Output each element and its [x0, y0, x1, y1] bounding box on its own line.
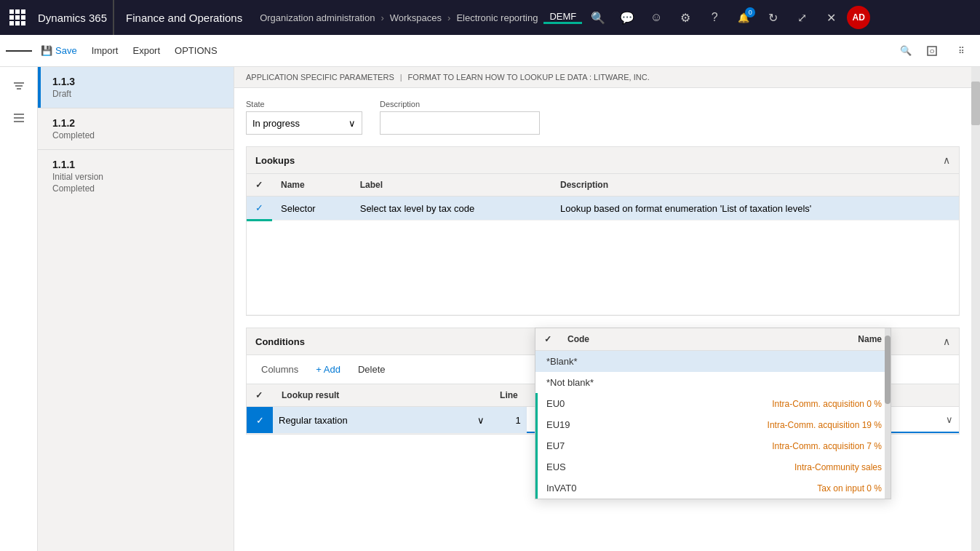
dropdown-inner: ✓ Code Name *Blank**Not blank*EU0Intra-C… [535, 328, 891, 499]
top-nav: Dynamics 365 Finance and Operations Orga… [0, 0, 980, 35]
dropdown-header: ✓ Code Name [535, 328, 891, 351]
export-label: Export [132, 45, 160, 56]
export-button[interactable]: Export [127, 42, 166, 59]
version-num-112: 1.1.2 [52, 117, 222, 129]
content-area: APPLICATION SPECIFIC PARAMETERS | FORMAT… [234, 67, 971, 551]
svg-text:O: O [930, 48, 934, 55]
save-icon: 💾 [41, 45, 52, 56]
dropdown-item-code: InVAT0 [546, 483, 680, 493]
nav-left: Dynamics 365 Finance and Operations Orga… [0, 0, 543, 35]
delete-condition-button[interactable]: Delete [352, 361, 391, 378]
dropdown-item[interactable]: EU0Intra-Comm. acquisition 0 % [535, 393, 891, 414]
scroll-track [971, 67, 980, 551]
dropdown-item-code: *Not blank* [546, 377, 882, 388]
columns-label: Columns [261, 364, 298, 375]
save-button[interactable]: 💾 Save [35, 42, 83, 59]
cond-lookup-cell[interactable]: Regular taxation ∨ [273, 407, 490, 434]
dropdown-item-name: Intra-Community sales [680, 462, 882, 472]
dropdown-item-code: EUS [546, 461, 680, 472]
version-item-111[interactable]: 1.1.1 Initial version Completed [38, 150, 234, 202]
filter-icon [12, 79, 25, 92]
columns-button[interactable]: Columns [255, 361, 304, 378]
add-label: + Add [316, 364, 340, 375]
breadcrumb-org[interactable]: Organization administration [260, 12, 375, 23]
notification-btn[interactable]: 🔔 0 [730, 4, 757, 31]
help-icon-btn[interactable]: ? [701, 4, 728, 31]
expand-icon-btn[interactable]: ⤢ [789, 4, 815, 31]
dropdown-item[interactable]: EU7Intra-Comm. acquisition 7 % [535, 435, 891, 456]
sidebar-toggle-btn[interactable] [6, 38, 32, 64]
dropdown-item-name: Tax on input 0 % [680, 483, 882, 493]
options-button[interactable]: OPTIONS [169, 42, 223, 59]
left-panel [0, 67, 38, 551]
version-item-113[interactable]: 1.1.3 Draft [38, 67, 234, 108]
cond-input-chevron-icon[interactable]: ∨ [940, 414, 959, 425]
dropdown-item-name: Intra-Comm. acquisition 19 % [680, 420, 882, 430]
dropdown-col-code: Code [567, 334, 693, 344]
add-condition-button[interactable]: + Add [310, 361, 346, 378]
state-label: State [246, 100, 362, 108]
state-select[interactable]: In progress ∨ [246, 111, 362, 135]
dropdown-item[interactable]: *Blank* [535, 351, 891, 372]
brand-fo: Finance and Operations [114, 0, 254, 35]
dropdown-item[interactable]: EU19Intra-Comm. acquisition 19 % [535, 414, 891, 435]
toolbar: 💾 Save Import Export OPTIONS 🔍 O ⠿ [0, 35, 980, 67]
breadcrumb-er[interactable]: Electronic reporting [456, 12, 538, 23]
col-check: ✓ [247, 174, 272, 197]
state-value: In progress [252, 118, 300, 129]
settings-icon-btn[interactable]: ⚙ [672, 4, 698, 31]
description-input[interactable] [380, 111, 540, 135]
avatar-btn[interactable]: AD [847, 6, 870, 29]
lookup-select-row[interactable]: Regular taxation ∨ [273, 407, 490, 433]
dropdown-scrollbar[interactable] [885, 328, 891, 499]
search-icon-btn[interactable]: 🔍 [585, 4, 611, 31]
cond-col-line: Line [490, 384, 527, 407]
dropdown-item[interactable]: InVAT0Tax on input 0 % [535, 477, 891, 499]
lookups-chevron-icon: ∧ [943, 154, 950, 166]
refresh-icon-btn[interactable]: ↻ [760, 4, 786, 31]
table-row-spacer [247, 221, 959, 315]
office-icon-btn[interactable]: O [919, 38, 945, 64]
options-label: OPTIONS [175, 45, 218, 56]
scroll-thumb[interactable] [971, 82, 980, 125]
version-item-112[interactable]: 1.1.2 Completed [38, 108, 234, 149]
notification-count: 0 [745, 7, 755, 17]
office-icon: O [926, 45, 938, 57]
brand-d365[interactable]: Dynamics 365 [35, 0, 113, 35]
lookups-header[interactable]: Lookups ∧ [247, 147, 959, 174]
lookups-table: ✓ Name Label Description ✓ Selector Sele… [247, 174, 959, 315]
filter-icon-btn[interactable] [6, 73, 32, 99]
import-label: Import [92, 45, 119, 56]
smiley-icon-btn[interactable]: ☺ [643, 4, 669, 31]
col-name-header: Name [272, 174, 351, 197]
dropdown-item[interactable]: EUSIntra-Community sales [535, 456, 891, 477]
version-status-111b: Completed [52, 183, 222, 194]
form-section: State In progress ∨ Description [234, 88, 971, 146]
page-breadcrumb-part1: APPLICATION SPECIFIC PARAMETERS [246, 73, 394, 82]
grid-icon-btn[interactable]: ⠿ [948, 38, 974, 64]
waffle-button[interactable] [0, 0, 35, 35]
page-breadcrumb-sep: | [400, 73, 402, 82]
dropdown-item-code: EU19 [546, 419, 680, 430]
lookup-result-value: Regular taxation [279, 415, 348, 426]
lookups-table-header: ✓ Name Label Description [247, 174, 959, 197]
description-label: Description [380, 100, 540, 108]
cond-col-check: ✓ [247, 384, 273, 407]
table-row[interactable]: ✓ Selector Select tax level by tax code … [247, 197, 959, 221]
import-button[interactable]: Import [86, 42, 124, 59]
dropdown-item[interactable]: *Not blank* [535, 372, 891, 393]
dropdown-item-code: EU0 [546, 398, 680, 409]
dropdown-scrollbar-thumb[interactable] [885, 336, 891, 404]
dropdown-popup: ✓ Code Name *Blank**Not blank*EU0Intra-C… [535, 328, 891, 499]
save-label: Save [55, 45, 77, 56]
message-icon-btn[interactable]: 💬 [614, 4, 640, 31]
toolbar-search-btn[interactable]: 🔍 [896, 41, 916, 61]
row-active-indicator: ✓ [255, 202, 263, 213]
right-scrollbar[interactable] [971, 67, 980, 551]
dropdown-col-name: Name [693, 334, 882, 344]
lookups-table-body: ✓ Selector Select tax level by tax code … [247, 197, 959, 315]
close-icon-btn[interactable]: ✕ [818, 4, 844, 31]
list-icon-btn[interactable] [6, 105, 32, 131]
breadcrumb-workspaces[interactable]: Workspaces [390, 12, 442, 23]
cond-line-cell: 1 [490, 407, 527, 434]
